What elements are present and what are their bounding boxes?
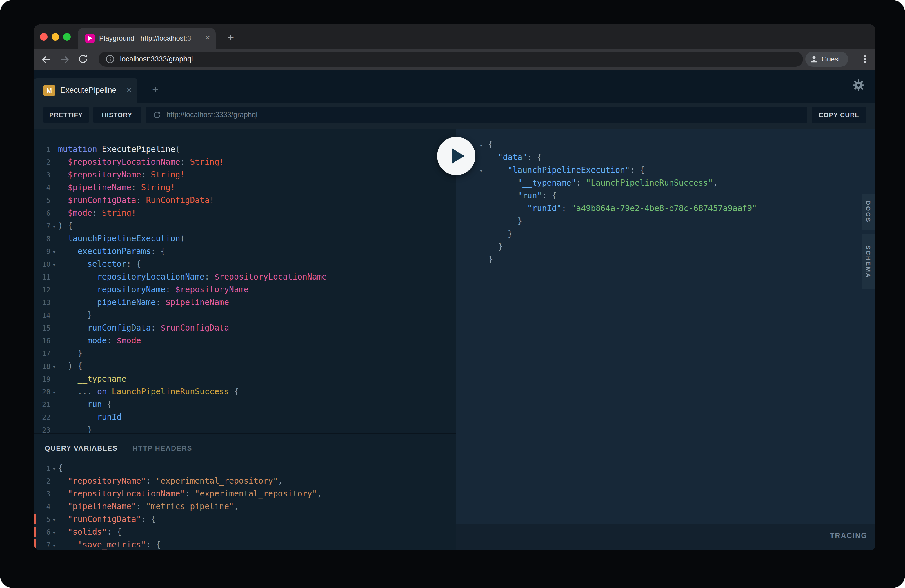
code-line: } [479,253,875,265]
code-text: run { [58,399,111,409]
code-line: } [479,227,875,240]
fold-arrow-icon[interactable]: ▾ [51,246,58,259]
code-line: 8 launchPipelineExecution( [38,232,456,245]
session-tab[interactable]: M ExecutePipeline × [34,78,137,103]
code-text: } [58,425,92,433]
code-text: "save_metrics": { [58,540,160,549]
code-line: 4 "pipelineName": "metrics_pipeline", [38,500,456,513]
code-line: 15 runConfigData: $runConfigData [38,321,456,334]
variables-editor[interactable]: 1▾{2 "repositoryName": "experimental_rep… [34,462,456,550]
site-info-icon[interactable] [105,54,115,64]
new-tab-button[interactable]: + [224,28,237,49]
tab-title-fade [184,28,202,49]
history-button[interactable]: HISTORY [93,107,141,123]
play-icon [452,148,464,164]
code-text: __typename [58,374,126,383]
code-line: 3 $repositoryName: String! [38,168,456,181]
endpoint-refresh-icon[interactable] [152,110,161,119]
fold-arrow-icon[interactable]: ▾ [51,259,58,272]
code-text: { [488,140,493,149]
code-text: "repositoryLocationName": "experimental_… [58,489,322,498]
tab-http-headers[interactable]: HTTP HEADERS [133,444,192,452]
browser-tab[interactable]: Playground - http://localhost:3 × [78,28,216,49]
minimize-window-button[interactable] [51,33,59,40]
profile-button[interactable]: Guest [805,52,848,67]
tab-query-variables[interactable]: QUERY VARIABLES [44,444,118,452]
code-line: 2 $repositoryLocationName: String! [38,156,456,168]
code-text: ... on LaunchPipelineRunSuccess { [58,387,239,396]
code-text: repositoryName: $repositoryName [58,285,248,294]
code-text: $repositoryLocationName: String! [58,157,224,167]
code-text: "repositoryName": "experimental_reposito… [58,476,283,485]
code-line: 14 } [38,308,456,321]
address-url: localhost:3333/graphql [120,52,193,67]
endpoint-input[interactable]: http://localhost:3333/graphql [146,107,807,123]
code-line: 5 $runConfigData: RunConfigData! [38,194,456,207]
close-window-button[interactable] [40,33,47,40]
person-icon [809,54,819,64]
code-line: 11 repositoryLocationName: $repositoryLo… [38,270,456,283]
playground-favicon-icon [85,33,95,43]
settings-gear-icon[interactable] [852,79,865,92]
fold-arrow-icon[interactable]: ▾ [479,139,488,152]
code-line: "data": { [479,151,875,164]
fold-arrow-icon[interactable]: ▾ [479,165,488,178]
code-text: "runId": "a49b864a-79e2-4be8-b78c-687457… [488,203,757,213]
fold-arrow-icon[interactable]: ▾ [51,463,58,475]
code-line: } [479,215,875,227]
session-tab-title: ExecutePipeline [60,78,116,103]
forward-button-icon[interactable] [59,54,71,65]
copy-curl-button[interactable]: COPY CURL [812,107,866,123]
session-tab-close-icon[interactable]: × [126,78,132,103]
prettify-button[interactable]: PRETTIFY [43,107,89,123]
fold-arrow-icon[interactable]: ▾ [51,220,58,233]
line-number: 20 [38,386,51,398]
code-line: 1mutation ExecutePipeline( [38,143,456,156]
code-text: } [58,310,92,319]
code-line: 4 $pipelineName: String! [38,181,456,194]
back-button-icon[interactable] [40,54,52,65]
reload-button-icon[interactable] [78,54,88,64]
tab-close-icon[interactable]: × [201,28,214,49]
line-number: 17 [38,347,51,360]
new-session-button[interactable]: + [149,78,162,103]
code-line: 21 run { [38,398,456,410]
fold-arrow-icon[interactable]: ▾ [51,514,58,526]
code-text: launchPipelineExecution( [58,234,185,243]
fold-arrow-icon[interactable]: ▾ [51,361,58,373]
fold-arrow-icon[interactable]: ▾ [51,539,58,550]
line-number: 19 [38,373,51,386]
tracing-toggle[interactable]: TRACING [830,532,867,540]
line-number: 4 [38,181,51,194]
line-number: 5 [38,513,51,526]
line-number: 4 [38,501,51,513]
execute-button[interactable] [437,137,475,175]
code-text: "__typename": "LaunchPipelineRunSuccess"… [488,178,718,187]
response-pane: ▾{ "data": {▾ "launchPipelineExecution":… [456,129,875,550]
code-text: "runConfigData": { [58,514,156,524]
tracing-bar: TRACING [456,524,875,550]
code-line: "run": { [479,189,875,202]
code-line: 6▾ "solids": { [38,525,456,538]
fold-arrow-icon[interactable]: ▾ [51,526,58,539]
browser-menu-icon[interactable] [860,54,870,64]
fold-arrow-icon[interactable]: ▾ [51,386,58,399]
lint-marker [34,539,36,550]
line-number: 8 [38,232,51,245]
browser-tab-strip: Playground - http://localhost:3 × + [34,24,875,49]
code-text: runId [58,412,121,421]
code-text: ) { [58,361,83,370]
address-bar[interactable]: localhost:3333/graphql [98,52,803,67]
schema-tab[interactable]: SCHEMA [862,234,875,289]
line-number: 18 [38,360,51,373]
zoom-window-button[interactable] [63,33,70,40]
query-editor[interactable]: 1mutation ExecutePipeline(2 $repositoryL… [34,129,456,433]
lint-marker [34,526,36,537]
line-number: 14 [38,309,51,322]
code-text: $pipelineName: String! [58,183,175,192]
code-text: } [488,216,522,226]
code-text: } [488,242,503,251]
playground-toolbar: PRETTIFY HISTORY http://localhost:3333/g… [34,103,875,129]
docs-tab[interactable]: DOCS [862,194,875,230]
code-line: 18▾ ) { [38,359,456,372]
